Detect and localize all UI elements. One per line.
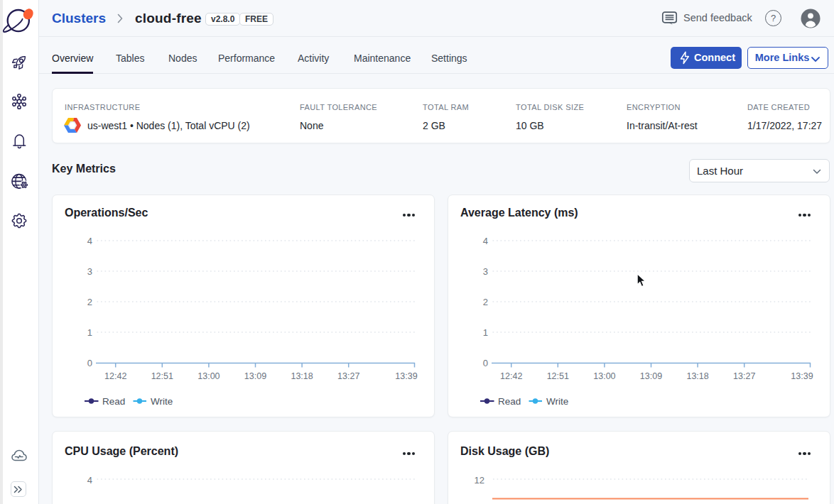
svg-text:Read: Read <box>102 396 125 407</box>
svg-text:3: 3 <box>87 266 92 277</box>
svg-text:12:51: 12:51 <box>547 371 569 381</box>
svg-text:Read: Read <box>498 396 521 407</box>
svg-text:13:00: 13:00 <box>593 371 615 381</box>
svg-text:12:42: 12:42 <box>500 371 522 381</box>
svg-text:4: 4 <box>483 236 488 246</box>
svg-text:0: 0 <box>87 358 92 368</box>
svg-text:13:39: 13:39 <box>791 371 813 381</box>
svg-text:1: 1 <box>87 327 92 338</box>
svg-text:13:18: 13:18 <box>686 371 708 381</box>
svg-text:13:27: 13:27 <box>337 371 359 381</box>
svg-text:13:00: 13:00 <box>197 371 220 381</box>
svg-text:13:09: 13:09 <box>244 371 266 381</box>
svg-text:4: 4 <box>87 236 92 246</box>
svg-text:12:51: 12:51 <box>151 371 173 381</box>
svg-text:0: 0 <box>483 358 488 368</box>
svg-text:3: 3 <box>483 266 488 277</box>
svg-text:Write: Write <box>151 396 173 407</box>
svg-text:2: 2 <box>483 297 488 307</box>
svg-text:2: 2 <box>87 297 92 307</box>
svg-text:13:27: 13:27 <box>733 371 755 381</box>
svg-text:12:42: 12:42 <box>104 371 126 381</box>
svg-text:13:39: 13:39 <box>395 371 417 381</box>
svg-text:13:18: 13:18 <box>291 371 313 381</box>
svg-text:1: 1 <box>483 327 488 338</box>
svg-text:12: 12 <box>475 475 484 486</box>
svg-text:4: 4 <box>87 475 92 486</box>
svg-text:Write: Write <box>546 396 568 407</box>
svg-text:13:09: 13:09 <box>640 371 662 381</box>
